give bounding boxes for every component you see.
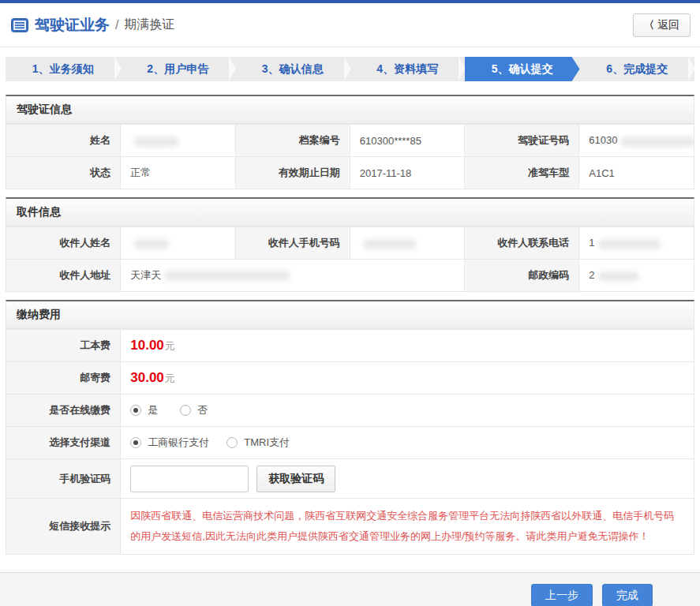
document-list-icon bbox=[11, 18, 28, 32]
pickup-info-table: 收件人姓名 收件人手机号码 收件人联系电话 1 收件人地址 天津天 邮政编码 2 bbox=[6, 226, 694, 292]
table-row: 工本费 10.00元 bbox=[6, 330, 694, 362]
page-header: 驾驶证业务 / 期满换证 〈 返回 bbox=[0, 3, 700, 47]
postcode-value: 2 bbox=[579, 260, 694, 292]
radio-checked-icon[interactable] bbox=[130, 437, 141, 448]
get-sms-code-button[interactable]: 获取验证码 bbox=[256, 466, 335, 492]
table-row: 选择支付渠道 工商银行支付 TMRI支付 bbox=[6, 427, 694, 459]
back-button-label: 返回 bbox=[657, 18, 679, 32]
expiry-date-label: 有效期止日期 bbox=[235, 157, 350, 189]
step-1-business-notice[interactable]: 1、业务须知 bbox=[6, 57, 121, 81]
table-row: 是否在线缴费 是 否 bbox=[6, 395, 694, 427]
sms-notice-label: 短信接收提示 bbox=[6, 499, 121, 555]
table-row: 手机验证码 获取验证码 bbox=[6, 459, 694, 499]
online-pay-options: 是 否 bbox=[121, 395, 694, 427]
finish-button[interactable]: 完成 bbox=[602, 584, 653, 606]
pickup-section-title: 取件信息 bbox=[6, 197, 694, 226]
archive-no-label: 档案编号 bbox=[235, 125, 350, 157]
license-section-title: 驾驶证信息 bbox=[6, 95, 694, 124]
step-6-complete-submit[interactable]: 6、完成提交 bbox=[580, 57, 695, 81]
recipient-phone-value: 1 bbox=[579, 227, 694, 260]
sms-notice-cell: 因陕西省联通、电信运营商技术问题，陕西省互联网交通安全综合服务管理平台无法向持陕… bbox=[121, 499, 694, 555]
redacted-value bbox=[598, 271, 639, 282]
previous-step-button[interactable]: 上一步 bbox=[531, 584, 593, 606]
status-label: 状态 bbox=[6, 157, 121, 189]
vehicle-class-value: A1C1 bbox=[579, 157, 694, 189]
recipient-address-value: 天津天 bbox=[121, 260, 465, 292]
back-button[interactable]: 〈 返回 bbox=[633, 13, 691, 37]
step-4-fill-data[interactable]: 4、资料填写 bbox=[350, 57, 466, 81]
radio-unchecked-icon[interactable] bbox=[226, 437, 238, 448]
table-row: 状态 正常 有效期止日期 2017-11-18 准驾车型 A1C1 bbox=[6, 157, 694, 189]
radio-unchecked-icon[interactable] bbox=[180, 405, 191, 416]
pay-channel-options: 工商银行支付 TMRI支付 bbox=[121, 427, 694, 459]
postage-fee-label: 邮寄费 bbox=[6, 362, 121, 395]
vehicle-class-label: 准驾车型 bbox=[465, 157, 579, 189]
sms-code-cell: 获取验证码 bbox=[121, 459, 694, 499]
radio-label-icbc[interactable]: 工商银行支付 bbox=[148, 436, 209, 450]
card-fee-amount: 10.00 bbox=[130, 338, 164, 353]
payment-section: 缴纳费用 工本费 10.00元 邮寄费 30.00元 是否在线缴费 bbox=[6, 300, 694, 555]
radio-checked-icon[interactable] bbox=[130, 405, 141, 416]
radio-option-yes[interactable]: 是 bbox=[130, 403, 158, 417]
redacted-value bbox=[598, 239, 661, 249]
table-row: 收件人姓名 收件人手机号码 收件人联系电话 1 bbox=[6, 227, 694, 260]
license-info-table: 姓名 档案编号 610300****85 驾驶证号码 61030 状态 正常 有… bbox=[6, 124, 694, 189]
payment-table: 工本费 10.00元 邮寄费 30.00元 是否在线缴费 是 bbox=[6, 329, 694, 555]
table-row: 短信接收提示 因陕西省联通、电信运营商技术问题，陕西省互联网交通安全综合服务管理… bbox=[6, 499, 694, 555]
online-pay-label: 是否在线缴费 bbox=[6, 395, 121, 427]
sms-code-input[interactable] bbox=[130, 466, 249, 492]
page-title: 驾驶证业务 bbox=[35, 15, 110, 36]
postage-fee-value: 30.00元 bbox=[121, 362, 694, 395]
recipient-phone-label: 收件人联系电话 bbox=[465, 227, 579, 260]
status-value: 正常 bbox=[121, 157, 235, 189]
recipient-mobile-value bbox=[350, 227, 464, 260]
radio-option-no[interactable]: 否 bbox=[180, 403, 208, 417]
table-row: 姓名 档案编号 610300****85 驾驶证号码 61030 bbox=[6, 125, 694, 157]
redacted-value bbox=[363, 239, 417, 249]
pickup-info-section: 取件信息 收件人姓名 收件人手机号码 收件人联系电话 1 收件人地址 天津天 邮… bbox=[6, 197, 694, 292]
redacted-value bbox=[620, 137, 694, 147]
recipient-address-label: 收件人地址 bbox=[6, 260, 121, 292]
radio-label-yes[interactable]: 是 bbox=[148, 403, 158, 417]
step-3-confirm-info[interactable]: 3、确认信息 bbox=[235, 57, 350, 81]
recipient-name-value bbox=[121, 227, 235, 260]
expiry-date-value: 2017-11-18 bbox=[350, 157, 464, 189]
name-value bbox=[121, 125, 235, 157]
license-no-label: 驾驶证号码 bbox=[465, 125, 579, 157]
step-2-user-declaration[interactable]: 2、用户申告 bbox=[121, 57, 236, 81]
main-content: 驾驶证信息 姓名 档案编号 610300****85 驾驶证号码 61030 状… bbox=[0, 95, 700, 555]
wizard-steps: 1、业务须知 2、用户申告 3、确认信息 4、资料填写 5、确认提交 6、完成提… bbox=[6, 57, 694, 81]
radio-label-tmri[interactable]: TMRI支付 bbox=[244, 436, 290, 450]
breadcrumb-separator: / bbox=[115, 18, 118, 32]
postage-fee-amount: 30.00 bbox=[130, 370, 164, 385]
sms-code-label: 手机验证码 bbox=[6, 459, 121, 499]
radio-option-icbc[interactable]: 工商银行支付 bbox=[130, 436, 209, 450]
footer-action-bar: 上一步 完成 bbox=[0, 572, 700, 606]
recipient-mobile-label: 收件人手机号码 bbox=[235, 227, 350, 260]
pay-channel-label: 选择支付渠道 bbox=[6, 427, 121, 459]
card-fee-value: 10.00元 bbox=[121, 330, 694, 362]
archive-no-value: 610300****85 bbox=[350, 125, 464, 157]
radio-option-tmri[interactable]: TMRI支付 bbox=[226, 436, 290, 450]
redacted-value bbox=[133, 239, 170, 249]
payment-section-title: 缴纳费用 bbox=[6, 300, 694, 329]
name-label: 姓名 bbox=[6, 125, 121, 157]
card-fee-label: 工本费 bbox=[6, 330, 121, 362]
radio-label-no[interactable]: 否 bbox=[197, 403, 208, 417]
sms-notice-text: 因陕西省联通、电信运营商技术问题，陕西省互联网交通安全综合服务管理平台无法向持陕… bbox=[130, 506, 684, 547]
chevron-left-icon: 〈 bbox=[644, 18, 654, 32]
license-info-section: 驾驶证信息 姓名 档案编号 610300****85 驾驶证号码 61030 状… bbox=[6, 95, 694, 189]
fee-unit: 元 bbox=[165, 372, 175, 384]
recipient-name-label: 收件人姓名 bbox=[6, 227, 121, 260]
table-row: 邮寄费 30.00元 bbox=[6, 362, 694, 395]
table-row: 收件人地址 天津天 邮政编码 2 bbox=[6, 260, 694, 292]
redacted-value bbox=[164, 271, 290, 281]
redacted-value bbox=[133, 137, 179, 147]
postcode-label: 邮政编码 bbox=[465, 260, 579, 292]
fee-unit: 元 bbox=[165, 340, 175, 352]
step-5-confirm-submit[interactable]: 5、确认提交 bbox=[465, 57, 580, 81]
license-no-value: 61030 bbox=[579, 125, 694, 157]
breadcrumb-current: 期满换证 bbox=[124, 17, 174, 33]
